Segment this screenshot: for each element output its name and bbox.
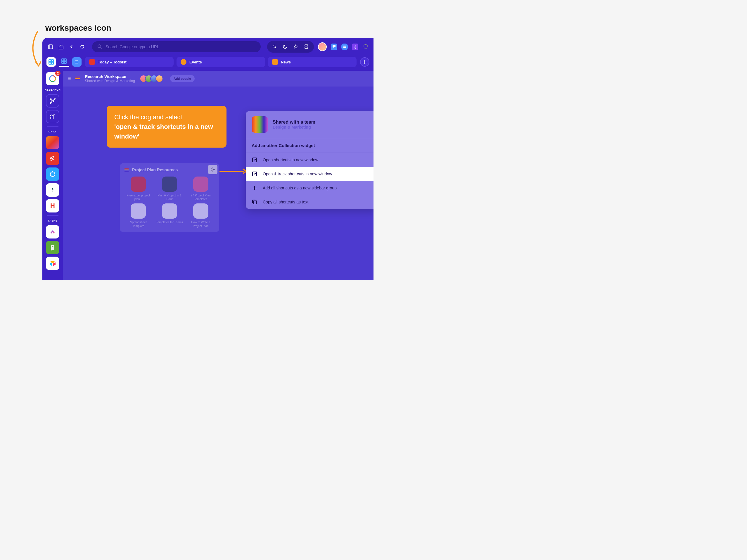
search-icon <box>97 44 103 49</box>
workspace-title-block: Research Workspace Shared with Design & … <box>85 74 135 83</box>
svg-line-29 <box>51 99 52 101</box>
svg-point-26 <box>54 98 55 99</box>
menu-item-copy-text[interactable]: Copy all shortcuts as text <box>246 195 374 209</box>
svg-rect-47 <box>125 170 129 170</box>
shortcuts-grid: Free excel project plan... Plan A Projec… <box>124 177 215 228</box>
extension-lines-icon[interactable] <box>341 44 348 50</box>
extension-shield-icon[interactable] <box>362 44 369 50</box>
svg-point-40 <box>51 175 51 176</box>
workspace-title: Research Workspace <box>85 74 135 79</box>
shortcut-item[interactable]: Spreadsheet Template <box>124 203 153 228</box>
extension-chat-icon[interactable] <box>331 44 337 50</box>
workspace-subtitle: Shared with Design & Marketing <box>85 79 135 83</box>
widget-title: Project Plan Resources <box>132 168 178 172</box>
svg-rect-54 <box>253 201 257 204</box>
sidebar-item-airtable[interactable] <box>46 257 59 270</box>
svg-rect-48 <box>125 171 129 172</box>
grid-view-icon[interactable] <box>59 57 69 67</box>
sidebar-item-person[interactable] <box>46 136 59 149</box>
sidebar-item-circle[interactable] <box>46 168 59 181</box>
tab-label: Events <box>189 60 202 64</box>
open-external-icon <box>252 171 257 177</box>
tab-toolbar: Today – Todoist Events News <box>42 55 374 71</box>
svg-point-45 <box>212 169 214 170</box>
sidebar-item-shopify[interactable] <box>46 241 59 254</box>
avatar[interactable] <box>318 42 327 51</box>
svg-rect-12 <box>51 60 53 62</box>
svg-point-39 <box>52 176 53 177</box>
list-view-icon[interactable] <box>72 57 81 67</box>
svg-line-3 <box>101 47 102 49</box>
left-sidebar: 2 RESEARCH DAILY H TASKS <box>42 71 63 280</box>
sidebar-item-hubspot[interactable] <box>46 94 59 107</box>
context-menu-panel: Shared with a team Design & Marketing Ad… <box>246 111 374 209</box>
search-input[interactable]: Search Google or type a URL <box>92 41 261 52</box>
svg-rect-7 <box>305 47 308 49</box>
sidebar-toggle-icon[interactable] <box>47 43 54 50</box>
workspaces-icon[interactable] <box>47 57 56 67</box>
instruction-callout: Click the cog and select 'open & track s… <box>107 106 227 148</box>
avatar <box>155 75 163 82</box>
star-icon[interactable] <box>292 43 299 50</box>
shortcut-item[interactable]: 27 Project Plan Templates <box>186 177 215 201</box>
shortcut-label: Free excel project plan... <box>124 194 153 201</box>
svg-rect-18 <box>64 61 66 63</box>
menu-subheading[interactable]: Add another Collection widget <box>246 138 374 153</box>
widget-header: Project Plan Resources <box>124 167 215 173</box>
svg-rect-13 <box>49 62 51 64</box>
menu-item-label: Copy all shortcuts as text <box>263 200 308 204</box>
svg-point-36 <box>52 172 53 172</box>
shortcut-item[interactable]: Templates for Teams <box>155 203 184 228</box>
shortcut-item[interactable]: Free excel project plan... <box>124 177 153 201</box>
shortcut-item[interactable]: Plan A Project In 1 Hour <box>155 177 184 201</box>
svg-point-4 <box>273 45 275 47</box>
svg-rect-42 <box>75 77 80 77</box>
stack-icon[interactable] <box>303 43 310 50</box>
tab-news[interactable]: News <box>268 57 357 67</box>
home-icon[interactable] <box>57 43 65 50</box>
reload-icon[interactable] <box>79 43 86 50</box>
sidebar-section-label: RESEARCH <box>45 88 61 91</box>
sidebar-item-todoist[interactable] <box>46 152 59 165</box>
add-people-button[interactable]: Add people <box>170 75 195 82</box>
arrow-icon <box>220 168 248 174</box>
tab-todoist[interactable]: Today – Todoist <box>85 57 174 67</box>
shortcut-item[interactable]: How to Write a Project Plan <box>186 203 215 228</box>
member-avatars[interactable] <box>142 75 163 82</box>
plus-icon <box>252 185 257 191</box>
svg-line-31 <box>51 102 52 103</box>
shortcut-label: 27 Project Plan Templates <box>186 194 215 201</box>
menu-header-title: Shared with a team <box>273 120 315 125</box>
sidebar-item-google[interactable]: 2 <box>46 72 59 85</box>
sidebar-item-analytics[interactable] <box>46 110 59 123</box>
callout-line-2: 'open & track shortcuts in a new window' <box>114 122 219 141</box>
tab-events[interactable]: Events <box>177 57 265 67</box>
sidebar-item-zendesk[interactable] <box>46 183 59 197</box>
moon-icon[interactable] <box>282 43 289 50</box>
shortcut-label: Templates for Teams <box>156 220 183 224</box>
events-icon <box>181 59 186 65</box>
svg-rect-44 <box>75 79 80 80</box>
sidebar-item-h[interactable]: H <box>46 199 59 212</box>
hamburger-icon[interactable]: ≡ <box>68 76 71 81</box>
menu-item-add-sidebar-group[interactable]: Add all shortcuts as a new sidebar group <box>246 181 374 195</box>
menu-item-open-track-new-window[interactable]: Open & track shortcuts in new window <box>246 167 374 181</box>
svg-rect-11 <box>49 60 51 62</box>
svg-point-37 <box>54 173 55 173</box>
gear-icon[interactable] <box>208 165 217 174</box>
tabs-row: Today – Todoist Events News <box>85 57 357 67</box>
menu-item-label: Open shortcuts in new window <box>263 157 318 162</box>
menu-item-open-new-window[interactable]: Open shortcuts in new window <box>246 153 374 167</box>
zoom-icon[interactable] <box>271 43 278 50</box>
sidebar-section-label: DAILY <box>49 130 57 133</box>
sidebar-item-clickup[interactable] <box>46 225 59 238</box>
sidebar-divider <box>47 126 58 127</box>
extension-smile-icon[interactable]: :) <box>352 44 358 50</box>
shortcut-label: Plan A Project In 1 Hour <box>155 194 184 201</box>
annotation-label: workspaces icon <box>45 23 111 33</box>
shortcut-label: How to Write a Project Plan <box>186 220 215 228</box>
svg-line-30 <box>53 99 54 101</box>
back-icon[interactable] <box>68 43 75 50</box>
add-tab-button[interactable] <box>360 57 369 67</box>
svg-rect-15 <box>62 59 64 61</box>
